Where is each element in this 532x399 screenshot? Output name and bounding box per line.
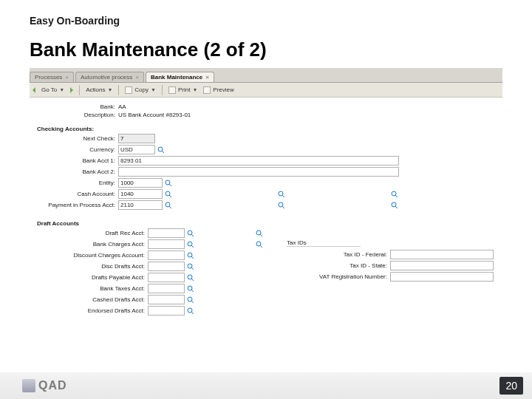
next-check-field[interactable]: 7	[118, 134, 155, 143]
svg-point-26	[188, 264, 192, 268]
svg-line-7	[282, 195, 284, 197]
svg-point-24	[188, 253, 192, 257]
tab-label: Bank Maintenance	[151, 74, 202, 81]
bank-label: Bank:	[37, 103, 118, 110]
form-body: Bank: AA Description: US Bank Account #8…	[30, 98, 502, 320]
desc-label: Description:	[37, 112, 118, 118]
cashed-drafts-label: Cashed Drafts Acct:	[37, 296, 148, 303]
svg-point-0	[158, 147, 163, 151]
tax-federal-field[interactable]	[390, 250, 494, 259]
footer: QAD 20	[0, 372, 532, 399]
bank-row: Bank: AA	[37, 103, 495, 110]
bank-taxes-label: Bank Taxes Acct:	[37, 285, 148, 292]
tax-state-field[interactable]	[390, 261, 494, 270]
lookup-icon[interactable]	[391, 191, 398, 198]
lookup-icon[interactable]	[165, 180, 172, 187]
lookup-icon[interactable]	[187, 252, 194, 259]
svg-point-32	[188, 297, 192, 301]
discount-charges-field[interactable]	[148, 250, 185, 260]
close-icon[interactable]: ×	[135, 74, 139, 81]
tax-ids-col: Tax IDs Tax ID - Federal: Tax ID - State…	[287, 216, 495, 317]
svg-line-5	[169, 195, 171, 197]
tab-automotive[interactable]: Automotive process ×	[75, 72, 144, 82]
tax-section-title: Tax IDs	[287, 239, 361, 247]
app-window: Processes × Automotive process × Bank Ma…	[30, 68, 502, 320]
svg-line-9	[395, 195, 398, 197]
bank-acct2-field[interactable]	[118, 167, 399, 177]
vat-field[interactable]	[390, 272, 494, 282]
tab-processes[interactable]: Processes ×	[30, 72, 74, 82]
vat-label: VAT Registration Number:	[287, 273, 390, 280]
goto-label: Go To	[41, 86, 57, 93]
drafts-payable-label: Drafts Payable Acct:	[37, 274, 148, 281]
svg-point-20	[188, 242, 192, 246]
lookup-icon[interactable]	[187, 230, 194, 237]
forward-button[interactable]	[70, 87, 73, 93]
cash-acct-label: Cash Account:	[37, 191, 118, 197]
cash-acct-field[interactable]: 1040	[118, 189, 163, 199]
arrow-right-icon	[70, 87, 73, 93]
lookup-icon[interactable]	[157, 146, 165, 154]
svg-line-3	[169, 184, 171, 186]
preview-button[interactable]: Preview	[203, 86, 233, 94]
bank-acct1-field[interactable]: 8293 01	[118, 156, 399, 166]
svg-line-11	[169, 206, 171, 208]
svg-line-27	[191, 267, 194, 270]
svg-line-35	[191, 312, 194, 314]
arrow-left-icon	[33, 87, 35, 93]
lookup-icon[interactable]	[165, 202, 172, 209]
back-button[interactable]	[33, 87, 35, 93]
svg-point-30	[188, 286, 192, 290]
page-title: Bank Maintenance (2 of 2)	[30, 38, 267, 61]
print-label: Print	[178, 86, 190, 93]
actions-menu[interactable]: Actions▼	[86, 86, 112, 93]
entity-field[interactable]: 1000	[118, 178, 163, 188]
logo-text: QAD	[38, 379, 67, 392]
slide-root: Easy On-Boarding Bank Maintenance (2 of …	[0, 0, 532, 399]
svg-point-22	[256, 242, 261, 246]
lookup-icon[interactable]	[187, 307, 194, 315]
print-button[interactable]: Print▼	[168, 86, 197, 94]
lookup-icon[interactable]	[187, 241, 194, 248]
bank-acct1-row: Bank Acct 1: 8293 01	[37, 156, 495, 166]
preview-icon	[203, 86, 211, 94]
svg-point-16	[188, 231, 192, 235]
lookup-icon[interactable]	[256, 230, 263, 237]
currency-field[interactable]: USD	[118, 145, 155, 154]
currency-row: Currency: USD	[37, 145, 495, 154]
copy-button[interactable]: Copy▼	[125, 86, 156, 94]
svg-point-4	[166, 191, 170, 196]
lookup-icon[interactable]	[187, 274, 194, 282]
tab-bar: Processes × Automotive process × Bank Ma…	[30, 68, 502, 83]
lookup-icon[interactable]	[278, 202, 285, 209]
tab-bank-maintenance[interactable]: Bank Maintenance ×	[146, 72, 214, 82]
lookup-icon[interactable]	[187, 263, 194, 270]
actions-label: Actions	[86, 86, 105, 93]
svg-line-23	[260, 245, 262, 248]
goto-menu[interactable]: Go To▼	[41, 86, 64, 93]
copy-label: Copy	[134, 86, 149, 93]
endorsed-drafts-label: Endorsed Drafts Acct:	[37, 307, 148, 314]
bank-acct1-label: Bank Acct 1:	[37, 157, 118, 164]
endorsed-drafts-field[interactable]	[148, 306, 185, 316]
svg-point-14	[392, 202, 396, 207]
cashed-drafts-field[interactable]	[148, 295, 185, 304]
disc-drafts-field[interactable]	[148, 262, 185, 271]
lookup-icon[interactable]	[187, 296, 194, 304]
pip-field[interactable]: 2110	[118, 200, 163, 210]
lookup-icon[interactable]	[187, 285, 194, 293]
lookup-icon[interactable]	[278, 191, 285, 198]
bank-taxes-field[interactable]	[148, 284, 185, 293]
draft-rec-field[interactable]	[148, 228, 185, 238]
svg-point-2	[166, 180, 170, 185]
drafts-payable-field[interactable]	[148, 273, 185, 282]
lookup-icon[interactable]	[256, 241, 263, 248]
lookup-icon[interactable]	[391, 202, 398, 209]
close-icon[interactable]: ×	[205, 74, 209, 81]
bank-charges-field[interactable]	[148, 239, 185, 249]
close-icon[interactable]: ×	[65, 74, 69, 81]
svg-line-15	[395, 206, 398, 208]
page-number: 20	[499, 377, 523, 395]
entity-row: Entity: 1000	[37, 178, 495, 188]
lookup-icon[interactable]	[165, 191, 172, 198]
